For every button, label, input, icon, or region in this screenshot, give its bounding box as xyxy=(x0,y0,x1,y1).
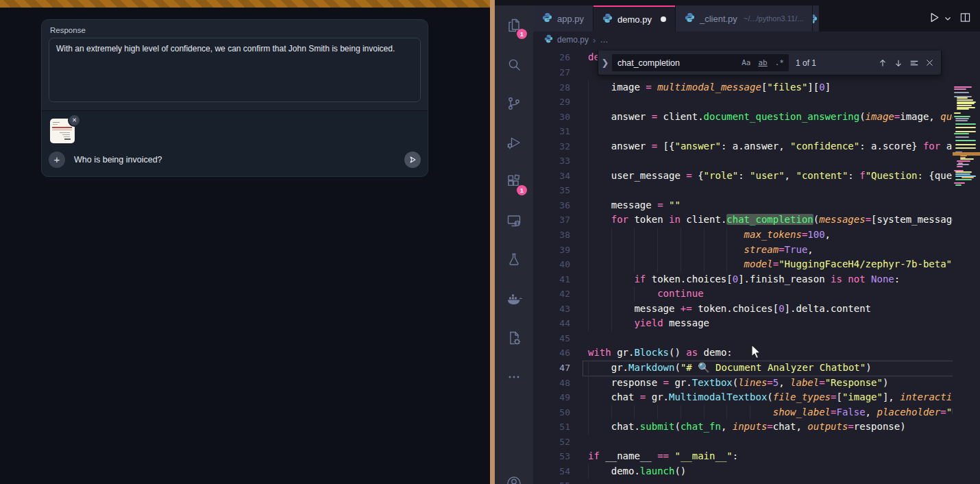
badge: 1 xyxy=(517,29,527,39)
tab-label: demo.py xyxy=(617,14,652,25)
activity-more-icon[interactable] xyxy=(495,357,533,396)
code-line-36[interactable]: 36 message = "" xyxy=(533,198,953,213)
breadcrumb[interactable]: demo.py›… xyxy=(533,32,980,48)
minimap-line xyxy=(955,179,972,180)
breadcrumb-file[interactable]: demo.py xyxy=(557,35,589,45)
line-number: 55 xyxy=(533,479,570,484)
code-line-43[interactable]: 43 message += token.choices[0].delta.con… xyxy=(533,302,953,317)
code-line-47[interactable]: 47 gr.Markdown("# 🔍 Document Analyzer Ch… xyxy=(533,361,953,376)
code-line-40[interactable]: 40 model="HuggingFaceH4/zephyr-7b-beta")… xyxy=(533,257,953,272)
code-line-52[interactable]: 52 xyxy=(533,435,953,450)
minimap-line xyxy=(955,147,976,149)
code-line-51[interactable]: 51 chat.submit(chat_fn, inputs=chat, out… xyxy=(533,420,953,435)
line-number: 41 xyxy=(533,272,570,287)
minimap-line xyxy=(957,164,969,165)
line-number: 42 xyxy=(533,287,570,302)
code-text: show_label=False, placeholder="Upload an… xyxy=(588,405,953,420)
response-label: Response xyxy=(42,20,428,38)
line-number: 37 xyxy=(533,213,570,228)
code-line-38[interactable]: 38 max_tokens=100, xyxy=(533,228,953,243)
breadcrumb-more[interactable]: … xyxy=(600,35,608,45)
line-number: 44 xyxy=(533,316,570,331)
find-expand-icon[interactable]: ❯ xyxy=(598,58,612,68)
minimap-line xyxy=(954,133,969,134)
code-text: continue xyxy=(588,287,704,302)
code-text: for token in client.chat_completion(mess… xyxy=(588,213,953,228)
minimap-line xyxy=(954,86,972,88)
chat-input[interactable]: Who is being invoiced? xyxy=(74,155,162,165)
find-in-selection-icon[interactable] xyxy=(909,58,919,68)
activity-task-file-icon[interactable] xyxy=(495,318,533,357)
activity-account-icon[interactable] xyxy=(495,475,533,484)
minimap[interactable] xyxy=(953,80,980,484)
line-number: 50 xyxy=(533,405,570,420)
code-line-44[interactable]: 44 yield message xyxy=(533,316,953,331)
code-line-49[interactable]: 49 chat = gr.MultimodalTextbox(file_type… xyxy=(533,390,953,405)
tab-demo.py[interactable]: demo.py xyxy=(593,5,675,32)
chat-input-block: ✕ + Who is being invoiced? xyxy=(42,110,428,176)
run-button-icon[interactable] xyxy=(929,12,940,26)
code-line-42[interactable]: 42 continue xyxy=(533,287,953,302)
code-line-30[interactable]: 30 answer = client.document_question_ans… xyxy=(533,110,953,125)
line-number: 33 xyxy=(533,154,570,169)
activity-explorer-icon[interactable]: 1 xyxy=(495,5,533,45)
minimap-line xyxy=(955,173,970,175)
activity-run-debug-icon[interactable] xyxy=(495,123,533,162)
tab-_client.py[interactable]: _client.py~/.../python3.11/... xyxy=(676,5,812,32)
activity-search-icon[interactable] xyxy=(495,45,533,84)
run-dropdown-chevron-icon[interactable] xyxy=(944,12,951,25)
find-input[interactable]: chat_completion Aa ab .* xyxy=(612,54,789,71)
previous-match-icon[interactable] xyxy=(878,58,887,68)
code-text: answer = [{"answer": a.answer, "confiden… xyxy=(588,139,953,154)
modified-dot-icon[interactable] xyxy=(661,16,666,22)
tab-partial[interactable] xyxy=(813,5,819,32)
regex-icon[interactable]: .* xyxy=(772,57,787,69)
code-line-34[interactable]: 34 user_message = {"role": "user", "cont… xyxy=(533,169,953,184)
remove-attachment-icon[interactable]: ✕ xyxy=(68,114,81,127)
line-number: 36 xyxy=(533,198,570,213)
code-line-29[interactable]: 29 xyxy=(533,95,953,110)
find-query[interactable]: chat_completion xyxy=(612,58,739,68)
tab-app.py[interactable]: app.py xyxy=(533,5,593,32)
activity-docker-icon[interactable] xyxy=(495,279,533,318)
add-file-button[interactable]: + xyxy=(49,152,65,168)
split-editor-icon[interactable] xyxy=(960,12,970,25)
minimap-match-highlight xyxy=(953,152,980,156)
send-button[interactable] xyxy=(404,152,421,168)
activity-remote-explorer-icon[interactable] xyxy=(495,201,533,240)
activity-testing-icon[interactable] xyxy=(495,240,533,279)
minimap-line xyxy=(957,99,973,101)
code-line-55[interactable]: 55 xyxy=(533,479,953,484)
code-line-41[interactable]: 41 if token.choices[0].finish_reason is … xyxy=(533,272,953,287)
window-divider[interactable] xyxy=(490,0,495,484)
activity-source-control-icon[interactable] xyxy=(495,84,533,123)
code-line-31[interactable]: 31 xyxy=(533,124,953,139)
code-line-35[interactable]: 35 xyxy=(533,183,953,198)
minimap-line xyxy=(955,144,976,145)
code-editor[interactable]: 26def chat_fn(multimodal_message):2728 i… xyxy=(533,48,980,484)
minimap-line xyxy=(957,160,970,162)
code-line-37[interactable]: 37 for token in client.chat_completion(m… xyxy=(533,213,953,228)
code-line-50[interactable]: 50 show_label=False, placeholder="Upload… xyxy=(533,405,953,420)
minimap-line xyxy=(960,157,966,158)
code-line-39[interactable]: 39 stream=True, xyxy=(533,243,953,258)
minimap-line xyxy=(958,162,963,164)
code-line-46[interactable]: 46with gr.Blocks() as demo: xyxy=(533,346,953,361)
minimap-line xyxy=(955,127,976,128)
tab-description: ~/.../python3.11/... xyxy=(744,14,804,23)
code-line-28[interactable]: 28 image = multimodal_message["files"][0… xyxy=(533,80,953,95)
whole-word-icon[interactable]: ab xyxy=(756,57,770,69)
response-textarea[interactable]: With an extremely high level of confiden… xyxy=(49,38,421,102)
close-find-icon[interactable] xyxy=(925,58,934,67)
code-line-54[interactable]: 54 demo.launch() xyxy=(533,464,953,479)
minimap-line xyxy=(955,171,972,173)
code-line-53[interactable]: 53if __name__ == "__main__": xyxy=(533,449,953,464)
code-line-32[interactable]: 32 answer = [{"answer": a.answer, "confi… xyxy=(533,139,953,154)
next-match-icon[interactable] xyxy=(894,58,903,68)
code-line-33[interactable]: 33 xyxy=(533,154,953,169)
minimap-line xyxy=(955,184,961,186)
code-line-45[interactable]: 45 xyxy=(533,331,953,346)
code-line-48[interactable]: 48 response = gr.Textbox(lines=5, label=… xyxy=(533,376,953,391)
match-case-icon[interactable]: Aa xyxy=(739,57,753,69)
activity-extensions-icon[interactable]: 1 xyxy=(495,162,533,201)
